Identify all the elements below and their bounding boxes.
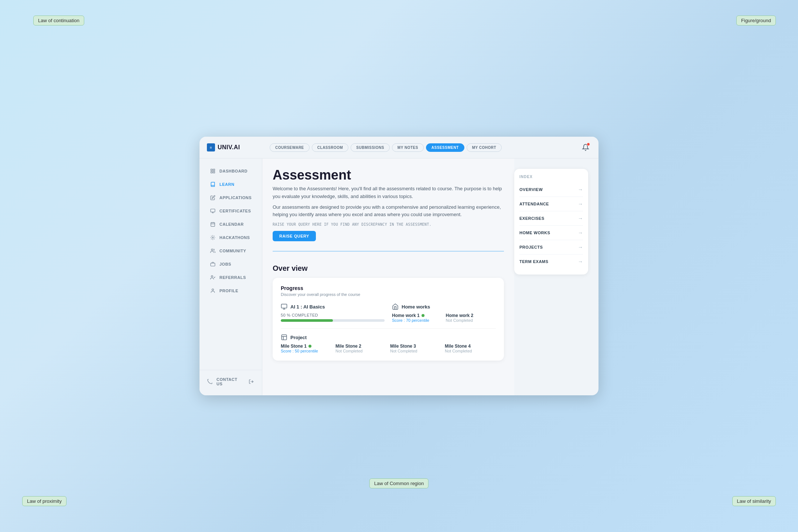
annotation-law-of-continuation: Law of continuation <box>33 16 84 25</box>
ms1-dot <box>308 345 311 348</box>
homework-section: Home works Home work 1 Score : 70 percen… <box>392 303 496 323</box>
sidebar-item-calendar[interactable]: CALENDAR <box>202 218 259 231</box>
sidebar-item-hackathons[interactable]: HACKATHONS <box>202 231 259 244</box>
hw-item-1-score: Score : 70 percentile <box>392 318 442 323</box>
hw-section-title: Home works <box>402 304 430 310</box>
index-panel: INDEX OVERVIEW → ATTENDANCE → EXERCISES … <box>514 169 588 274</box>
svg-point-6 <box>212 237 214 238</box>
index-projects-label: PROJECTS <box>519 245 543 249</box>
index-projects-arrow: → <box>578 244 583 250</box>
index-item-homeworks[interactable]: HOME WORKS → <box>519 226 583 240</box>
raise-query-button[interactable]: RAISE QUERY <box>273 231 316 241</box>
svg-rect-3 <box>213 171 215 173</box>
milestone-3-label: Mile Stone 3 <box>390 344 441 349</box>
sidebar-item-learn[interactable]: LEARN <box>202 178 259 191</box>
tab-my-cohort[interactable]: MY COHORT <box>467 143 502 152</box>
index-exercises-label: EXERCISES <box>519 216 544 221</box>
sidebar-item-referrals[interactable]: REFERRALS <box>202 271 259 284</box>
progress-card-title: Progress <box>281 285 496 291</box>
ai-section-title: AI 1 : AI Basics <box>290 304 325 310</box>
milestone-1-score: Score : 50 percentile <box>281 349 332 353</box>
sidebar-label-applications: APPLICATIONS <box>219 195 252 200</box>
index-termexams-arrow: → <box>578 259 583 265</box>
ai-label: AI 1 : AI Basics <box>281 303 385 310</box>
sidebar-item-certificates[interactable]: CERTIFICATES <box>202 205 259 217</box>
main-layout: DASHBOARD LEARN APPLICAT <box>200 158 598 395</box>
page-description-2: Our assessments are designed to provide … <box>273 204 504 219</box>
index-item-term-exams[interactable]: TERM EXAMS → <box>519 255 583 269</box>
tab-assessment[interactable]: ASSESSMENT <box>426 143 464 152</box>
homework-grid: Home work 1 Score : 70 percentile Home w… <box>392 313 496 323</box>
index-item-overview[interactable]: OVERVIEW → <box>519 183 583 197</box>
sidebar-label-community: COMMUNITY <box>219 249 246 253</box>
svg-rect-2 <box>211 171 212 173</box>
contact-us-label: CONTACT US <box>216 377 244 386</box>
svg-point-10 <box>212 289 214 291</box>
page-description-1: Welcome to the Assessments! Here, you'll… <box>273 185 504 201</box>
milestone-4-label: Mile Stone 4 <box>445 344 496 349</box>
tab-submissions[interactable]: SUBMISSIONS <box>351 143 390 152</box>
contact-icon <box>207 379 213 385</box>
sidebar-label-referrals: REFERRALS <box>219 275 246 280</box>
sidebar-label-hackathons: HACKATHONS <box>219 235 250 240</box>
jobs-icon <box>210 261 216 267</box>
annotation-law-of-common-region: Law of Common region <box>369 478 429 488</box>
sidebar-label-dashboard: DASHBOARD <box>219 169 248 173</box>
project-section: Project Mile Stone 1 Score : 50 percenti… <box>281 328 496 353</box>
svg-rect-12 <box>282 304 287 308</box>
sidebar-item-jobs[interactable]: JOBS <box>202 258 259 270</box>
milestone-2: Mile Stone 2 Not Completed <box>335 344 386 353</box>
sidebar: DASHBOARD LEARN APPLICAT <box>200 158 262 395</box>
logout-icon[interactable] <box>248 378 255 385</box>
tab-courseware[interactable]: COURSEWARE <box>270 143 310 152</box>
milestone-grid: Mile Stone 1 Score : 50 percentile Mile … <box>281 344 496 353</box>
index-item-exercises[interactable]: EXERCISES → <box>519 211 583 226</box>
certificate-icon <box>210 208 216 214</box>
sidebar-label-jobs: JOBS <box>219 262 231 266</box>
hw-label: Home works <box>392 303 496 310</box>
progress-bar-fill <box>281 319 333 322</box>
svg-rect-13 <box>282 335 287 340</box>
right-wrapper: INDEX OVERVIEW → ATTENDANCE → EXERCISES … <box>514 158 598 395</box>
hw-item-2-status: Not Completed <box>446 318 496 323</box>
profile-icon <box>210 288 216 294</box>
edit-icon <box>210 195 216 201</box>
logo-icon-symbol: ≡ <box>210 146 212 150</box>
index-item-projects[interactable]: PROJECTS → <box>519 240 583 255</box>
sidebar-item-applications[interactable]: APPLICATIONS <box>202 191 259 204</box>
sidebar-item-dashboard[interactable]: DASHBOARD <box>202 165 259 177</box>
logo-area: ≡ UNIV.AI <box>207 143 270 151</box>
sidebar-label-calendar: CALENDAR <box>219 222 244 226</box>
index-item-attendance[interactable]: ATTENDANCE → <box>519 197 583 211</box>
sidebar-label-profile: PROFILE <box>219 289 238 293</box>
bell-icon[interactable] <box>580 142 591 153</box>
sidebar-item-profile[interactable]: PROFILE <box>202 284 259 297</box>
index-overview-arrow: → <box>578 187 583 192</box>
sidebar-item-community[interactable]: COMMUNITY <box>202 245 259 257</box>
milestone-1-label: Mile Stone 1 <box>281 344 332 349</box>
sidebar-label-certificates: CERTIFICATES <box>219 209 251 213</box>
index-homeworks-label: HOME WORKS <box>519 231 550 235</box>
ai-progress-section: AI 1 : AI Basics 50 % COMPLETED <box>281 303 385 323</box>
index-overview-label: OVERVIEW <box>519 187 543 192</box>
tab-classroom[interactable]: CLASSROOM <box>312 143 349 152</box>
milestone-2-label: Mile Stone 2 <box>335 344 386 349</box>
hw1-dot <box>422 314 424 317</box>
index-exercises-arrow: → <box>578 215 583 221</box>
logo-text: UNIV.AI <box>218 144 240 151</box>
index-homeworks-arrow: → <box>578 230 583 236</box>
book-icon <box>210 181 216 187</box>
hw-item-2-label: Home work 2 <box>446 313 496 318</box>
index-attendance-arrow: → <box>578 201 583 207</box>
hw-item-1-label: Home work 1 <box>392 313 442 318</box>
svg-rect-5 <box>211 222 215 226</box>
tab-my-notes[interactable]: MY NOTES <box>392 143 424 152</box>
top-nav: ≡ UNIV.AI COURSEWARE CLASSROOM SUBMISSIO… <box>200 137 598 158</box>
contact-us-item[interactable]: CONTACT US <box>200 374 262 389</box>
milestone-1: Mile Stone 1 Score : 50 percentile <box>281 344 332 353</box>
nav-right <box>580 142 591 153</box>
referrals-icon <box>210 274 216 280</box>
index-attendance-label: ATTENDANCE <box>519 202 549 206</box>
hackathon-icon <box>210 235 216 241</box>
svg-rect-1 <box>213 169 215 171</box>
